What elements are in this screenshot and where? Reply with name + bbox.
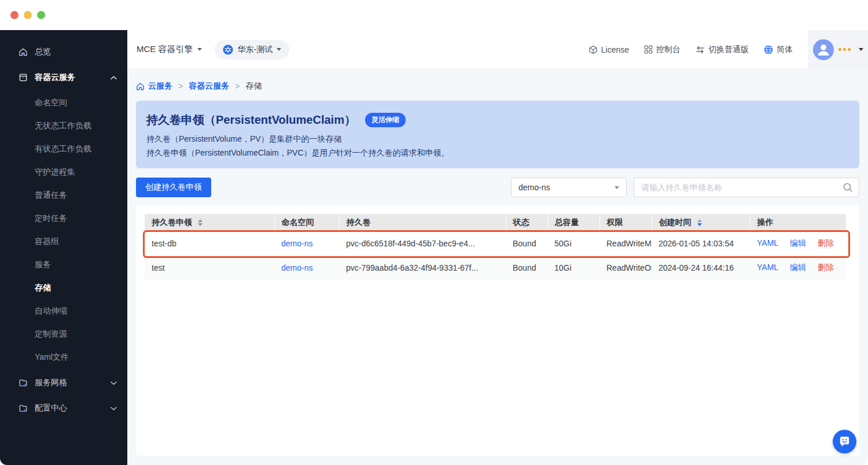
page-content: 云服务 > 容器云服务 > 存储 持久卷申领（PersistentVolumeC… — [127, 69, 868, 465]
sidebar-item-pods[interactable]: 容器组 — [0, 230, 127, 253]
switch-version-link[interactable]: 切换普通版 — [696, 45, 749, 55]
column-header-status: 状态 — [506, 214, 547, 231]
access-mode-cell: ReadWriteM — [599, 231, 652, 256]
sidebar-item-label: 容器组 — [35, 237, 59, 247]
console-label: 控制台 — [656, 45, 681, 55]
switch-version-label: 切换普通版 — [708, 45, 749, 55]
folder-icon — [19, 404, 28, 413]
sidebar-item-namespaces[interactable]: 命名空间 — [0, 91, 127, 115]
sidebar-group-container-cloud[interactable]: 容器云服务 — [0, 66, 127, 89]
created-cell: 2024-09-24 16:44:16 — [652, 256, 750, 280]
sidebar-item-custom-resources[interactable]: 定制资源 — [0, 323, 127, 346]
kubernetes-icon — [223, 45, 233, 55]
sidebar-item-label: 命名空间 — [35, 98, 67, 108]
sidebar-item-autoscaling[interactable]: 自动伸缩 — [0, 300, 127, 323]
column-label: 创建时间 — [659, 217, 692, 228]
search-box — [634, 178, 859, 197]
yaml-action[interactable]: YAML — [757, 263, 778, 272]
sidebar-item-jobs[interactable]: 普通任务 — [0, 184, 127, 207]
user-avatar — [813, 39, 834, 60]
sidebar-item-stateful-workloads[interactable]: 有状态工作负载 — [0, 138, 127, 161]
help-chat-button[interactable] — [833, 430, 856, 453]
sidebar-group-config-center[interactable]: 配置中心 — [0, 397, 127, 420]
console-link[interactable]: 控制台 — [644, 45, 681, 55]
license-icon — [589, 45, 598, 54]
sidebar-item-yaml-files[interactable]: Yaml文件 — [0, 346, 127, 369]
column-header-volume: 持久卷 — [339, 214, 506, 231]
sidebar-group-service-mesh[interactable]: 服务网格 — [0, 371, 127, 394]
license-link[interactable]: License — [589, 45, 629, 54]
banner-description-line1: 持久卷（PersistentVolume，PV）是集群中的一块存储 — [146, 134, 849, 144]
container-service-icon — [19, 73, 28, 82]
pvc-name-cell: test — [145, 256, 274, 280]
sidebar-item-stateless-workloads[interactable]: 无状态工作负载 — [0, 115, 127, 138]
column-header-actions: 操作 — [750, 214, 846, 231]
column-header-capacity: 总容量 — [547, 214, 599, 231]
pvc-name-cell: test-db — [145, 231, 274, 256]
product-switcher[interactable]: MCE 容器引擎 — [137, 44, 202, 55]
language-switcher[interactable]: 简体 — [764, 45, 793, 55]
sort-icon[interactable] — [198, 219, 203, 226]
user-menu[interactable] — [808, 30, 868, 69]
chevron-down-icon — [111, 407, 117, 411]
yaml-action[interactable]: YAML — [757, 238, 778, 248]
capacity-cell: 10Gi — [547, 256, 599, 280]
console-grid-icon — [644, 45, 653, 54]
volume-cell: pvc-d6c6518f-449d-45b7-bec9-e4... — [339, 231, 506, 256]
cluster-selector[interactable]: 华东-测试 — [215, 40, 290, 60]
sidebar-item-storage[interactable]: 存储 — [0, 276, 127, 300]
capacity-cell: 50Gi — [547, 231, 599, 256]
namespace-link[interactable]: demo-ns — [281, 239, 312, 248]
namespace-select[interactable]: demo-ns — [511, 178, 627, 197]
window-minimize-button[interactable] — [24, 11, 32, 19]
sidebar-item-label: 定时任务 — [35, 213, 67, 224]
sidebar-item-label: 定制资源 — [35, 329, 67, 339]
column-label: 命名空间 — [282, 217, 314, 228]
sidebar-item-daemonsets[interactable]: 守护进程集 — [0, 161, 127, 184]
search-icon[interactable] — [843, 182, 853, 193]
sidebar-item-label: 守护进程集 — [35, 167, 75, 178]
folder-icon — [19, 378, 28, 387]
breadcrumb-separator: > — [178, 82, 183, 91]
breadcrumb-home[interactable]: 云服务 — [136, 81, 172, 91]
delete-action[interactable]: 删除 — [818, 263, 834, 272]
sidebar-item-services[interactable]: 服务 — [0, 253, 127, 276]
chevron-down-icon — [111, 381, 117, 385]
edit-action[interactable]: 编辑 — [790, 263, 806, 272]
toolbar: 创建持久卷申领 demo-ns — [136, 178, 859, 197]
cluster-name: 华东-测试 — [238, 45, 273, 55]
column-header-pvc-name[interactable]: 持久卷申领 — [145, 214, 274, 231]
caret-down-icon — [615, 186, 619, 189]
caret-down-icon — [197, 48, 202, 51]
table-row-test-db: test-db demo-ns pvc-d6c6518f-449d-45b7-b… — [145, 231, 846, 256]
access-mode-cell: ReadWriteOn — [599, 256, 652, 280]
chat-bubble-icon — [838, 436, 851, 448]
caret-down-icon — [859, 48, 863, 51]
home-icon — [136, 82, 145, 91]
app-window: 总览 容器云服务 命名空间 无状态工作负载 有状态工作负载 守护进程集 普通任务… — [0, 0, 868, 465]
pvc-info-banner: 持久卷申领（PersistentVolumeClaim） 灵活伸缩 持久卷（Pe… — [136, 101, 859, 168]
more-menu-icon — [838, 48, 852, 51]
column-header-namespace: 命名空间 — [274, 214, 339, 231]
breadcrumb-link-cloud[interactable]: 容器云服务 — [189, 81, 229, 91]
search-input[interactable] — [634, 178, 859, 197]
sidebar-item-cronjobs[interactable]: 定时任务 — [0, 207, 127, 230]
sidebar-item-label: 服务 — [35, 260, 51, 270]
edit-action[interactable]: 编辑 — [790, 238, 806, 248]
sort-icon-active[interactable] — [697, 219, 702, 226]
flexible-scaling-badge: 灵活伸缩 — [365, 113, 406, 127]
window-zoom-button[interactable] — [37, 11, 45, 19]
sidebar-item-overview[interactable]: 总览 — [0, 40, 127, 64]
column-label: 状态 — [513, 217, 529, 228]
column-header-created[interactable]: 创建时间 — [652, 214, 750, 231]
delete-action[interactable]: 删除 — [818, 238, 834, 248]
create-pvc-button[interactable]: 创建持久卷申领 — [136, 178, 211, 197]
column-label: 总容量 — [555, 217, 579, 228]
column-label: 操作 — [757, 217, 774, 228]
sidebar-item-label: 有状态工作负载 — [35, 144, 91, 154]
window-close-button[interactable] — [10, 11, 19, 19]
namespace-link[interactable]: demo-ns — [281, 263, 312, 272]
table-row-test: test demo-ns pvc-799aabd4-6a32-4f94-9331… — [145, 256, 846, 280]
page-title: 持久卷申领（PersistentVolumeClaim） — [146, 112, 356, 128]
breadcrumb-link: 云服务 — [148, 81, 172, 91]
